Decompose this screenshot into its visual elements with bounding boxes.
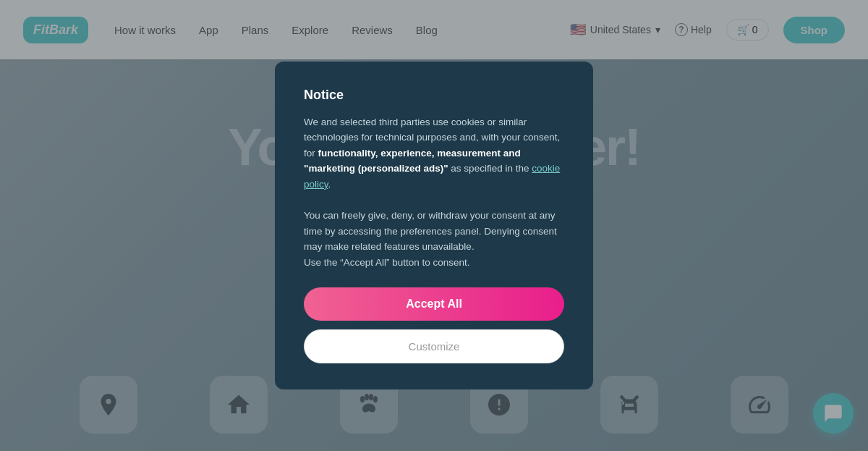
modal-body: We and selected third parties use cookie… [304,114,564,271]
modal-title: Notice [304,88,564,103]
cookie-modal: Notice We and selected third parties use… [275,62,593,390]
modal-line3: Use the “Accept All” button to consent. [304,257,470,268]
modal-end-text: . [328,179,331,190]
customize-button[interactable]: Customize [304,329,564,363]
accept-all-button[interactable]: Accept All [304,287,564,321]
modal-line2: You can freely give, deny, or withdraw y… [304,210,557,252]
modal-mid-text: as specified in the [448,163,532,174]
modal-overlay: Notice We and selected third parties use… [0,0,868,451]
